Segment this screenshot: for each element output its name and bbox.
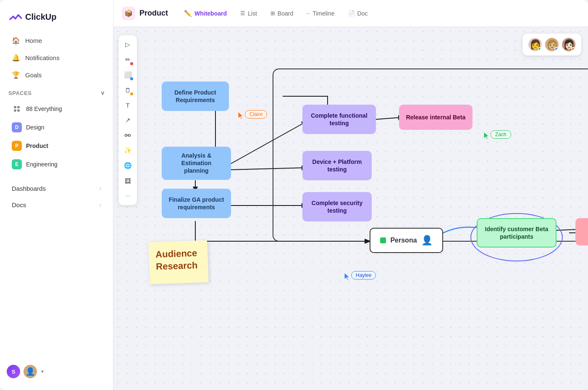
engineering-label: Engineering: [26, 161, 58, 168]
sticky-audience-research[interactable]: AudienceResearch: [148, 240, 208, 285]
user-menu-chevron-icon[interactable]: ▾: [41, 369, 44, 374]
node-analysis[interactable]: Analysis &Estimation planning: [162, 147, 231, 180]
sticky-tool[interactable]: 🗒: [121, 83, 134, 97]
everything-label: 88 Everything: [26, 105, 62, 112]
svg-point-4: [125, 134, 127, 137]
drawing-toolbar: ▷ ✏ ⬜ 🗒 T ↗ ✨ 🌐 🖼 ···: [118, 35, 137, 205]
spaces-chevron-icon[interactable]: ∨: [100, 90, 105, 96]
home-icon: 🏠: [12, 37, 20, 45]
tab-list[interactable]: ☰ List: [234, 8, 263, 19]
more-tools[interactable]: ···: [121, 189, 134, 203]
sidebar-item-docs[interactable]: Docs ›: [3, 197, 110, 213]
project-icon: 📦: [122, 7, 135, 20]
spaces-header: Spaces ∨: [0, 84, 113, 100]
svg-point-1: [17, 106, 20, 108]
shape-tool-dot: [130, 77, 133, 80]
sidebar-item-everything[interactable]: 88 Everything: [3, 100, 110, 118]
sidebar-item-dashboards[interactable]: Dashboards ›: [3, 181, 110, 196]
engineering-avatar: E: [12, 159, 22, 169]
persona-dot: [380, 237, 386, 243]
text-tool[interactable]: T: [121, 98, 134, 112]
docs-label: Docs: [12, 201, 26, 208]
cursor-haylee-icon: [344, 272, 351, 281]
node-release-beta-customer[interactable]: Release Beta tocustomer devices: [575, 218, 588, 245]
shape-tool[interactable]: ⬜: [121, 68, 134, 82]
board-tab-icon: ⊞: [270, 10, 275, 16]
node-define[interactable]: Define ProductRequirements: [162, 82, 229, 111]
logo[interactable]: ClickUp: [0, 7, 113, 32]
sidebar-item-engineering[interactable]: E Engineering: [3, 155, 110, 173]
draw-icon: ✏: [125, 56, 131, 63]
product-label: Product: [26, 142, 48, 149]
cursor-haylee-group: Haylee: [344, 272, 351, 283]
user-avatar-photo[interactable]: 👤: [24, 365, 37, 378]
sidebar: ClickUp 🏠 Home 🔔 Notifications 🏆 Goals S…: [0, 0, 113, 390]
everything-icon: [12, 104, 22, 114]
node-functional[interactable]: Complete functionaltesting: [302, 105, 376, 134]
tab-whiteboard[interactable]: ✏️ Whiteboard: [178, 7, 233, 20]
svg-point-3: [17, 109, 20, 112]
magic-tool[interactable]: ✨: [121, 144, 134, 157]
cursor-claire-group: Claire: [237, 111, 245, 122]
collab-1-status-dot: [538, 47, 542, 51]
nav-goals[interactable]: 🏆 Goals: [3, 67, 110, 83]
doc-tab-icon: 📄: [348, 10, 355, 16]
collaborators-panel: 👩 👩🏼 👩🏻: [522, 34, 581, 55]
nav-notifications-label: Notifications: [25, 54, 60, 61]
product-avatar: P: [12, 141, 22, 151]
bell-icon: 🔔: [12, 54, 20, 62]
sticky-icon: 🗒: [125, 87, 131, 94]
node-security[interactable]: Complete securitytesting: [302, 192, 372, 221]
timeline-tab-icon: ⏤: [307, 10, 310, 16]
persona-label: Persona: [390, 236, 417, 245]
app-name: ClickUp: [25, 12, 56, 22]
node-finalize[interactable]: Finalize GA productrequirements: [162, 189, 231, 218]
draw-tool[interactable]: ✏: [121, 53, 134, 66]
cursor-haylee-label: Haylee: [351, 271, 376, 279]
persona-avatar: 👤: [421, 235, 433, 247]
collab-3-status-dot: [571, 47, 575, 51]
globe-tool[interactable]: 🌐: [121, 159, 134, 172]
nav-goals-label: Goals: [25, 71, 42, 79]
tab-timeline[interactable]: ⏤ Timeline: [301, 8, 340, 19]
list-tab-icon: ☰: [240, 10, 245, 16]
tab-doc[interactable]: 📄 Doc: [342, 8, 374, 19]
design-label: Design: [26, 124, 45, 131]
project-name: Product: [139, 9, 168, 18]
main-area: 📦 Product ✏️ Whiteboard ☰ List ⊞ Board ⏤…: [113, 0, 588, 390]
connect-tool[interactable]: [121, 129, 134, 142]
docs-chevron-icon: ›: [100, 202, 101, 208]
whiteboard-tab-icon: ✏️: [184, 10, 192, 17]
dashboards-label: Dashboards: [12, 185, 46, 192]
image-tool[interactable]: 🖼: [121, 174, 134, 187]
nav-home[interactable]: 🏠 Home: [3, 32, 110, 49]
nav-home-label: Home: [25, 37, 42, 44]
select-tool[interactable]: ▷: [121, 38, 134, 51]
cursor-zach-label: Zach: [491, 130, 511, 139]
node-device[interactable]: Device + Platformtesting: [302, 151, 372, 180]
sidebar-footer: S 👤 ▾: [0, 360, 113, 383]
whiteboard-canvas[interactable]: ▷ ✏ ⬜ 🗒 T ↗ ✨ 🌐 🖼 ···: [113, 27, 588, 390]
header: 📦 Product ✏️ Whiteboard ☰ List ⊞ Board ⏤…: [113, 0, 588, 27]
nav-notifications[interactable]: 🔔 Notifications: [3, 50, 110, 66]
sidebar-item-design[interactable]: D Design: [3, 119, 110, 136]
svg-point-2: [14, 109, 16, 112]
arrow-tool[interactable]: ↗: [121, 113, 134, 127]
tab-board[interactable]: ⊞ Board: [265, 8, 299, 19]
user-avatar-initial[interactable]: S: [7, 365, 20, 378]
svg-point-5: [129, 134, 131, 137]
node-release-beta[interactable]: Release internal Beta: [399, 105, 472, 130]
node-identify[interactable]: Identify customer Betaparticipants: [477, 218, 556, 248]
cursor-claire-icon: [237, 111, 245, 120]
svg-point-0: [14, 106, 16, 108]
cursor-zach-group: Zach: [483, 131, 491, 142]
draw-tool-dot: [130, 62, 133, 65]
sidebar-item-product[interactable]: P Product: [3, 137, 110, 155]
collaborator-3: 👩🏻: [561, 37, 576, 52]
trophy-icon: 🏆: [12, 71, 20, 79]
node-persona[interactable]: Persona 👤: [370, 228, 443, 253]
collaborator-1: 👩: [528, 37, 543, 52]
collab-2-status-dot: [554, 47, 559, 51]
cursor-claire-label: Claire: [245, 110, 267, 119]
cursor-zach-icon: [483, 131, 491, 140]
